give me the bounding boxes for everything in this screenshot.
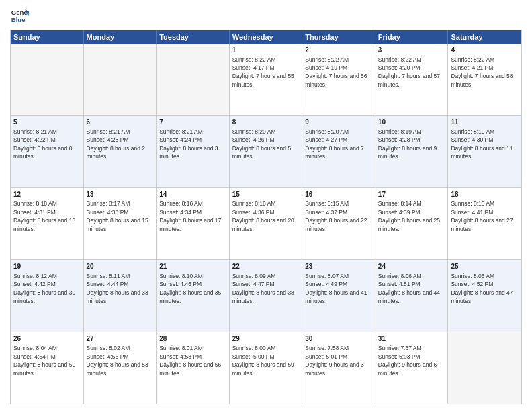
calendar-body: 1Sunrise: 8:22 AM Sunset: 4:17 PM Daylig…: [11, 44, 521, 404]
day-cell-28: 28Sunrise: 8:01 AM Sunset: 4:58 PM Dayli…: [157, 332, 230, 404]
empty-cell-0-0: [11, 44, 84, 115]
day-number: 10: [378, 118, 445, 127]
day-content: Sunrise: 8:16 AM Sunset: 4:34 PM Dayligh…: [159, 200, 221, 232]
header-day-friday: Friday: [375, 30, 449, 44]
day-cell-15: 15Sunrise: 8:16 AM Sunset: 4:36 PM Dayli…: [230, 188, 303, 259]
day-cell-12: 12Sunrise: 8:18 AM Sunset: 4:31 PM Dayli…: [11, 188, 84, 259]
day-content: Sunrise: 8:01 AM Sunset: 4:58 PM Dayligh…: [159, 345, 221, 376]
day-number: 20: [87, 262, 154, 271]
day-number: 1: [232, 46, 300, 55]
header-day-monday: Monday: [84, 30, 157, 44]
day-cell-11: 11Sunrise: 8:19 AM Sunset: 4:30 PM Dayli…: [448, 116, 521, 187]
day-content: Sunrise: 8:22 AM Sunset: 4:21 PM Dayligh…: [451, 56, 513, 88]
calendar-row-4: 26Sunrise: 8:04 AM Sunset: 4:54 PM Dayli…: [11, 332, 521, 404]
day-cell-2: 2Sunrise: 8:22 AM Sunset: 4:19 PM Daylig…: [302, 44, 375, 115]
day-number: 16: [305, 190, 372, 199]
day-content: Sunrise: 8:22 AM Sunset: 4:20 PM Dayligh…: [378, 56, 440, 88]
day-number: 7: [159, 118, 226, 127]
day-cell-24: 24Sunrise: 8:06 AM Sunset: 4:51 PM Dayli…: [375, 260, 449, 331]
header: General Blue: [10, 7, 522, 26]
header-day-sunday: Sunday: [11, 30, 84, 44]
day-number: 29: [232, 334, 300, 344]
logo: General Blue: [10, 7, 32, 26]
day-content: Sunrise: 8:19 AM Sunset: 4:30 PM Dayligh…: [451, 128, 513, 160]
day-number: 21: [159, 262, 226, 271]
day-number: 23: [305, 262, 372, 271]
day-number: 12: [13, 190, 81, 199]
day-cell-17: 17Sunrise: 8:14 AM Sunset: 4:39 PM Dayli…: [375, 188, 449, 259]
svg-text:Blue: Blue: [11, 16, 26, 24]
day-number: 24: [378, 262, 445, 271]
day-content: Sunrise: 8:21 AM Sunset: 4:22 PM Dayligh…: [13, 128, 72, 160]
day-cell-30: 30Sunrise: 7:58 AM Sunset: 5:01 PM Dayli…: [302, 332, 375, 404]
calendar-header: SundayMondayTuesdayWednesdayThursdayFrid…: [11, 30, 521, 44]
day-number: 17: [378, 190, 445, 199]
day-cell-20: 20Sunrise: 8:11 AM Sunset: 4:44 PM Dayli…: [84, 260, 157, 331]
day-cell-25: 25Sunrise: 8:05 AM Sunset: 4:52 PM Dayli…: [448, 260, 521, 331]
day-number: 8: [232, 118, 300, 127]
day-content: Sunrise: 8:02 AM Sunset: 4:56 PM Dayligh…: [87, 345, 148, 376]
day-cell-18: 18Sunrise: 8:13 AM Sunset: 4:41 PM Dayli…: [448, 188, 521, 259]
day-content: Sunrise: 8:12 AM Sunset: 4:42 PM Dayligh…: [13, 273, 75, 304]
day-content: Sunrise: 8:15 AM Sunset: 4:37 PM Dayligh…: [305, 200, 367, 232]
empty-cell-0-1: [84, 44, 157, 115]
header-day-wednesday: Wednesday: [230, 30, 303, 44]
day-content: Sunrise: 8:21 AM Sunset: 4:23 PM Dayligh…: [87, 128, 145, 160]
day-cell-19: 19Sunrise: 8:12 AM Sunset: 4:42 PM Dayli…: [11, 260, 84, 331]
day-content: Sunrise: 8:13 AM Sunset: 4:41 PM Dayligh…: [451, 200, 513, 232]
day-content: Sunrise: 8:19 AM Sunset: 4:28 PM Dayligh…: [378, 128, 437, 160]
header-day-thursday: Thursday: [302, 30, 375, 44]
day-cell-22: 22Sunrise: 8:09 AM Sunset: 4:47 PM Dayli…: [230, 260, 303, 331]
day-cell-13: 13Sunrise: 8:17 AM Sunset: 4:33 PM Dayli…: [84, 188, 157, 259]
day-content: Sunrise: 8:07 AM Sunset: 4:49 PM Dayligh…: [305, 273, 367, 304]
day-number: 9: [305, 118, 372, 127]
page: General Blue SundayMondayTuesdayWednesda…: [0, 0, 532, 411]
day-content: Sunrise: 8:18 AM Sunset: 4:31 PM Dayligh…: [13, 200, 75, 232]
day-number: 3: [378, 46, 445, 55]
calendar-row-3: 19Sunrise: 8:12 AM Sunset: 4:42 PM Dayli…: [11, 259, 521, 331]
day-cell-23: 23Sunrise: 8:07 AM Sunset: 4:49 PM Dayli…: [302, 260, 375, 331]
day-content: Sunrise: 8:20 AM Sunset: 4:26 PM Dayligh…: [232, 128, 291, 160]
day-cell-21: 21Sunrise: 8:10 AM Sunset: 4:46 PM Dayli…: [157, 260, 230, 331]
day-cell-6: 6Sunrise: 8:21 AM Sunset: 4:23 PM Daylig…: [84, 116, 157, 187]
day-cell-1: 1Sunrise: 8:22 AM Sunset: 4:17 PM Daylig…: [230, 44, 303, 115]
day-number: 13: [87, 190, 154, 199]
day-cell-31: 31Sunrise: 7:57 AM Sunset: 5:03 PM Dayli…: [375, 332, 449, 404]
calendar-row-0: 1Sunrise: 8:22 AM Sunset: 4:17 PM Daylig…: [11, 44, 521, 115]
day-cell-5: 5Sunrise: 8:21 AM Sunset: 4:22 PM Daylig…: [11, 116, 84, 187]
calendar-row-1: 5Sunrise: 8:21 AM Sunset: 4:22 PM Daylig…: [11, 115, 521, 187]
empty-cell-4-6: [448, 332, 521, 404]
day-content: Sunrise: 8:00 AM Sunset: 5:00 PM Dayligh…: [232, 345, 294, 376]
day-cell-10: 10Sunrise: 8:19 AM Sunset: 4:28 PM Dayli…: [375, 116, 449, 187]
day-cell-7: 7Sunrise: 8:21 AM Sunset: 4:24 PM Daylig…: [157, 116, 230, 187]
day-content: Sunrise: 8:17 AM Sunset: 4:33 PM Dayligh…: [87, 200, 148, 232]
day-number: 4: [451, 46, 519, 55]
day-number: 22: [232, 262, 300, 271]
day-number: 26: [13, 334, 81, 344]
day-content: Sunrise: 8:05 AM Sunset: 4:52 PM Dayligh…: [451, 273, 513, 304]
day-content: Sunrise: 8:16 AM Sunset: 4:36 PM Dayligh…: [232, 200, 294, 232]
day-number: 5: [13, 118, 81, 127]
day-number: 2: [305, 46, 372, 55]
day-number: 18: [451, 190, 519, 199]
day-number: 15: [232, 190, 300, 199]
day-number: 6: [87, 118, 154, 127]
day-content: Sunrise: 8:06 AM Sunset: 4:51 PM Dayligh…: [378, 273, 440, 304]
day-content: Sunrise: 8:14 AM Sunset: 4:39 PM Dayligh…: [378, 200, 440, 232]
day-content: Sunrise: 8:20 AM Sunset: 4:27 PM Dayligh…: [305, 128, 363, 160]
day-number: 19: [13, 262, 81, 271]
day-content: Sunrise: 8:09 AM Sunset: 4:47 PM Dayligh…: [232, 273, 294, 304]
calendar: SundayMondayTuesdayWednesdayThursdayFrid…: [10, 30, 522, 404]
header-day-tuesday: Tuesday: [157, 30, 230, 44]
day-cell-3: 3Sunrise: 8:22 AM Sunset: 4:20 PM Daylig…: [375, 44, 449, 115]
day-number: 14: [159, 190, 226, 199]
day-content: Sunrise: 8:11 AM Sunset: 4:44 PM Dayligh…: [87, 273, 148, 304]
header-day-saturday: Saturday: [448, 30, 521, 44]
day-number: 31: [378, 334, 445, 344]
day-content: Sunrise: 8:04 AM Sunset: 4:54 PM Dayligh…: [13, 345, 75, 376]
day-cell-29: 29Sunrise: 8:00 AM Sunset: 5:00 PM Dayli…: [230, 332, 303, 404]
day-cell-14: 14Sunrise: 8:16 AM Sunset: 4:34 PM Dayli…: [157, 188, 230, 259]
day-number: 11: [451, 118, 519, 127]
day-number: 27: [87, 334, 154, 344]
day-cell-9: 9Sunrise: 8:20 AM Sunset: 4:27 PM Daylig…: [302, 116, 375, 187]
